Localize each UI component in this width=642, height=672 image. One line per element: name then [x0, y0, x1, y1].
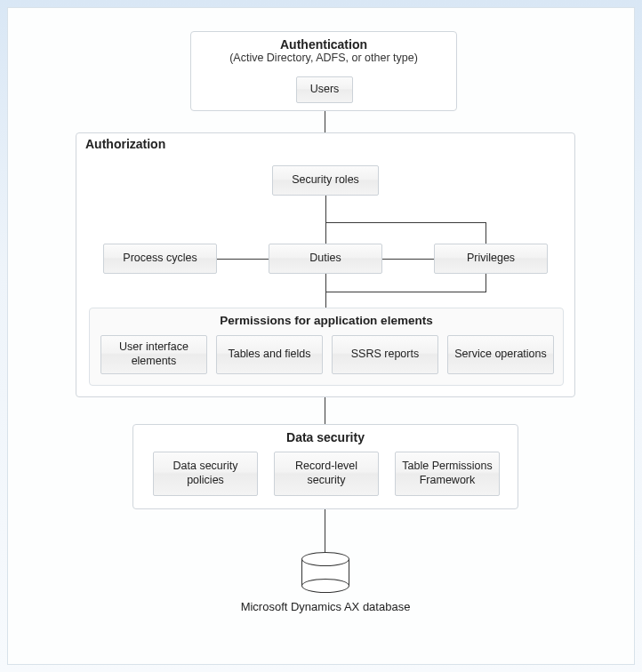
process-cycles-box: Process cycles: [103, 244, 217, 274]
service-ops-box: Service operations: [447, 335, 554, 374]
connector-duties-down: [325, 274, 326, 292]
data-security-title: Data security: [133, 425, 518, 444]
security-roles-box: Security roles: [272, 165, 379, 196]
connector-datasec-to-db: [325, 509, 325, 552]
users-box: Users: [296, 76, 353, 103]
connector-merge-h: [325, 292, 486, 292]
data-security-policies-box: Data security policies: [153, 452, 258, 496]
table-permissions-framework-box: Table Permissions Framework: [395, 452, 500, 496]
connector-authz-to-datasec: [325, 397, 325, 424]
connector-roles-split-h: [325, 222, 486, 223]
connector-to-duties: [325, 222, 326, 244]
data-security-panel: Data security Data security policies Rec…: [132, 424, 518, 509]
authorization-title: Authorization: [85, 137, 165, 151]
permissions-panel: Permissions for application elements Use…: [89, 308, 564, 386]
connector-roles-down: [325, 196, 326, 222]
tables-fields-box: Tables and fields: [216, 335, 323, 374]
database-icon: [301, 552, 349, 593]
connector-to-privileges: [486, 222, 486, 244]
connector-duties-privileges: [382, 259, 434, 260]
privileges-box: Privileges: [434, 244, 548, 274]
connector-merge-down: [325, 292, 326, 308]
connector-process-duties: [217, 259, 269, 260]
ui-elements-box: User interface elements: [100, 335, 207, 374]
permissions-title: Permissions for application elements: [90, 308, 563, 327]
diagram-frame: Authentication (Active Directory, ADFS, …: [7, 7, 635, 665]
connector-privileges-down: [486, 274, 486, 292]
ssrs-reports-box: SSRS reports: [332, 335, 438, 374]
authentication-title: Authentication: [191, 32, 456, 52]
database-label: Microsoft Dynamics AX database: [214, 600, 437, 613]
authorization-panel: Authorization Security roles Process cyc…: [76, 132, 575, 397]
record-level-security-box: Record-level security: [274, 452, 379, 496]
authentication-subtitle: (Active Directory, ADFS, or other type): [191, 52, 456, 64]
authentication-panel: Authentication (Active Directory, ADFS, …: [190, 31, 457, 111]
duties-box: Duties: [269, 244, 382, 274]
